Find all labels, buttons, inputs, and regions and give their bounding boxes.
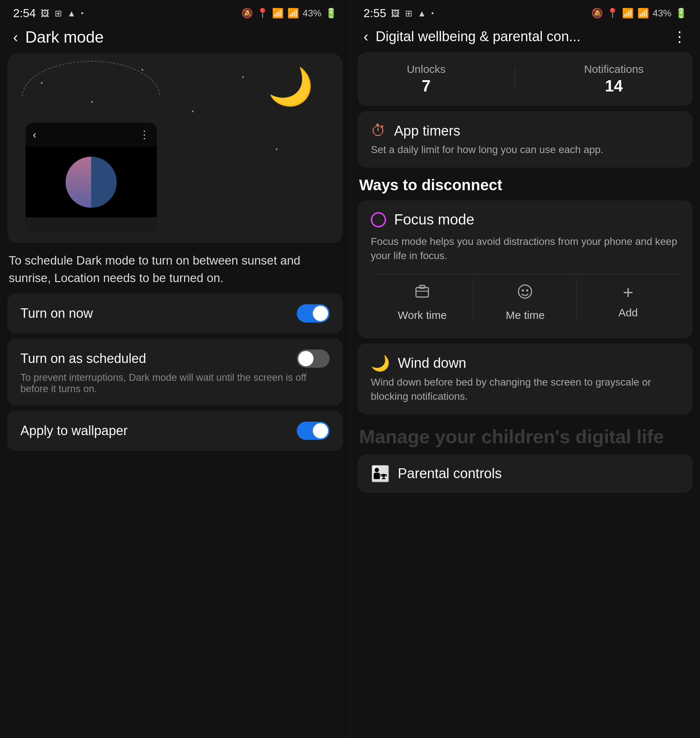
toggle-knob-on (313, 306, 328, 321)
focus-mode-add[interactable]: + Add (577, 274, 679, 325)
focus-mode-work-time[interactable]: Work time (371, 274, 474, 325)
battery-right: 43% (653, 8, 672, 19)
photo-icon-r: 🖼 (391, 8, 400, 19)
scheduled-toggle[interactable] (297, 349, 329, 368)
cloud-icon: ▲ (67, 8, 76, 19)
moon-icon: 🌙 (268, 68, 313, 104)
dark-mode-preview: 🌙 ‹ ⋮ (7, 54, 343, 243)
content-right: Unlocks 7 Notifications 14 ⏱ App timers … (350, 52, 700, 738)
app-timers-sub: Set a daily limit for how long you can u… (371, 142, 679, 157)
work-time-icon (414, 283, 431, 304)
parental-controls-title: Parental controls (398, 466, 501, 481)
setting-wallpaper[interactable]: Apply to wallpaper (7, 411, 343, 451)
app-timers-title: App timers (394, 123, 460, 139)
focus-mode-icon (371, 212, 386, 227)
right-panel: 2:55 🖼 ⊞ ▲ • 🔕 📍 📶 📶 43% 🔋 ‹ Digital wel… (350, 0, 700, 738)
status-bar-right: 2:55 🖼 ⊞ ▲ • 🔕 📍 📶 📶 43% 🔋 (350, 0, 700, 24)
cloud-icon-r: ▲ (418, 8, 426, 19)
svg-rect-0 (416, 288, 428, 297)
wind-down-icon: 🌙 (371, 354, 390, 372)
unlocks-stat: Unlocks 7 (407, 63, 446, 95)
add-label: Add (618, 307, 638, 319)
back-button-right[interactable]: ‹ (363, 28, 368, 45)
signal-icon: 📶 (287, 8, 299, 19)
mockup-more: ⋮ (139, 129, 150, 141)
notifications-value: 14 (605, 77, 623, 95)
logo-left (66, 157, 91, 208)
manage-heading: Manage your children's digital life (358, 420, 693, 449)
focus-mode-title: Focus mode (394, 211, 474, 228)
app-timers-icon: ⏱ (371, 122, 386, 139)
unlocks-value: 7 (422, 77, 431, 95)
me-time-label: Me time (506, 309, 545, 321)
setting-turn-on-now[interactable]: Turn on now (7, 293, 343, 333)
svg-rect-1 (420, 285, 425, 288)
app-logo (66, 157, 117, 208)
content-left: 🌙 ‹ ⋮ To schedule Dark mode to turn on b… (0, 54, 350, 738)
scheduled-sub: To prevent interruptions, Dark mode will… (21, 372, 329, 395)
focus-mode-me-time[interactable]: Me time (474, 274, 576, 325)
stats-row: Unlocks 7 Notifications 14 (358, 52, 693, 106)
battery-left: 43% (303, 8, 322, 19)
back-button-left[interactable]: ‹ (13, 29, 18, 45)
notifications-label: Notifications (584, 63, 644, 75)
dark-mode-description: To schedule Dark mode to turn on between… (7, 248, 343, 288)
focus-mode-header: Focus mode (371, 211, 679, 228)
notifications-stat: Notifications 14 (584, 63, 644, 95)
parental-controls-row: 👨‍👧 Parental controls (371, 465, 679, 483)
left-panel: 2:54 🖼 ⊞ ▲ • 🔕 📍 📶 📶 43% 🔋 ‹ Dark mode (0, 0, 350, 738)
wallpaper-toggle[interactable] (297, 422, 329, 440)
time-right: 2:55 (363, 7, 386, 20)
svg-point-4 (522, 289, 524, 292)
time-left: 2:54 (13, 7, 36, 20)
battery-icon-right: 🔋 (675, 8, 687, 19)
focus-mode-card[interactable]: Focus mode Focus mode helps you avoid di… (358, 201, 693, 338)
scheduled-label: Turn on as scheduled (21, 351, 146, 366)
work-time-label: Work time (398, 309, 447, 321)
focus-mode-sub: Focus mode helps you avoid distractions … (371, 234, 679, 263)
me-time-icon (517, 283, 533, 304)
parental-controls-icon: 👨‍👧 (371, 465, 390, 483)
svg-point-5 (526, 289, 528, 292)
wind-down-header: 🌙 Wind down (371, 354, 679, 372)
focus-modes-row: Work time Me time + Add (371, 274, 679, 325)
turn-on-now-label: Turn on now (21, 306, 93, 321)
parental-controls-card[interactable]: 👨‍👧 Parental controls (358, 455, 693, 493)
more-button-right[interactable]: ⋮ (672, 28, 687, 45)
app-timers-row: ⏱ App timers (371, 122, 679, 139)
silent-icon-r: 🔕 (591, 8, 603, 19)
logo-right (91, 157, 117, 208)
ways-to-disconnect-heading: Ways to disconnect (358, 173, 693, 195)
dot-r: • (431, 9, 434, 18)
dot: • (81, 9, 84, 18)
grid-icon-r: ⊞ (405, 8, 412, 19)
signal-icon-r: 📶 (637, 8, 649, 19)
battery-icon-left: 🔋 (325, 8, 337, 19)
wind-down-title: Wind down (398, 355, 466, 371)
silent-icon: 🔕 (241, 8, 253, 19)
toggle-knob-off (298, 351, 313, 366)
mockup-screen (25, 147, 157, 217)
wind-down-sub: Wind down before bed by changing the scr… (371, 375, 679, 403)
wifi-icon: 📶 (272, 8, 284, 19)
turn-on-now-toggle[interactable] (297, 304, 329, 323)
wifi-icon-r: 📶 (622, 8, 634, 19)
wallpaper-label: Apply to wallpaper (21, 423, 128, 439)
location-icon: 📍 (257, 8, 268, 19)
top-nav-right: ‹ Digital wellbeing & parental con... ⋮ (350, 24, 700, 52)
photo-icon: 🖼 (41, 8, 50, 19)
wind-down-card[interactable]: 🌙 Wind down Wind down before bed by chan… (358, 343, 693, 414)
svg-point-3 (518, 285, 532, 298)
top-nav-left: ‹ Dark mode (0, 24, 350, 54)
phone-mockup: ‹ ⋮ (25, 123, 157, 232)
app-timers-card[interactable]: ⏱ App timers Set a daily limit for how l… (358, 111, 693, 168)
stats-divider (515, 68, 515, 90)
status-bar-left: 2:54 🖼 ⊞ ▲ • 🔕 📍 📶 📶 43% 🔋 (0, 0, 350, 24)
grid-icon: ⊞ (55, 8, 62, 19)
location-icon-r: 📍 (607, 8, 618, 19)
setting-scheduled[interactable]: Turn on as scheduled To prevent interrup… (7, 339, 343, 406)
page-title-left: Dark mode (25, 28, 337, 46)
mockup-back: ‹ (33, 129, 36, 141)
add-icon: + (623, 283, 633, 301)
page-title-right: Digital wellbeing & parental con... (375, 29, 665, 44)
